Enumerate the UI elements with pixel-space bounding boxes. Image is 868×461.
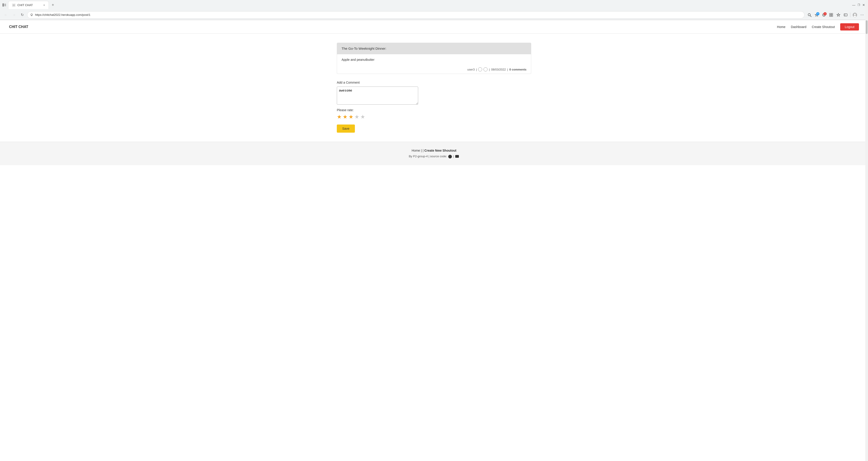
post-comments-count: 0 comments xyxy=(509,68,526,71)
star-4[interactable]: ★ xyxy=(354,114,360,120)
svg-rect-0 xyxy=(2,3,4,6)
post-text: Apple and peanutbutter xyxy=(342,58,375,61)
post-meta-sep3: | xyxy=(507,68,508,71)
footer-create-link[interactable]: Create New Shoutout xyxy=(424,149,456,152)
address-bar[interactable]: https://chitchat2022.herokuapp.com/post/… xyxy=(27,11,804,19)
svg-rect-13 xyxy=(830,15,831,17)
more-icon-btn[interactable]: ⋯ xyxy=(859,12,865,18)
like-circle-2[interactable] xyxy=(484,67,488,71)
svg-rect-3 xyxy=(4,6,6,6)
app-brand: CHIT CHAT xyxy=(9,25,28,29)
svg-rect-11 xyxy=(830,13,831,15)
favorites-icon-btn[interactable]: ⚙ xyxy=(813,12,820,18)
star-1[interactable]: ★ xyxy=(337,114,342,120)
active-tab[interactable]: CHIT CHAT × xyxy=(8,1,49,9)
logout-button[interactable]: Logout xyxy=(840,23,859,31)
nav-create-link[interactable]: Create Shoutout xyxy=(812,25,835,29)
page-content: CHIT CHAT Home Dashboard Create Shoutout… xyxy=(0,20,868,453)
extensions-badge: 2 xyxy=(824,12,827,16)
post-title: The Go-To Weeknight Dinner: xyxy=(342,47,386,51)
window-controls xyxy=(2,3,6,7)
svg-rect-2 xyxy=(4,5,6,5)
svg-rect-12 xyxy=(831,13,833,15)
tab-favicon xyxy=(12,3,16,7)
star-5[interactable]: ★ xyxy=(360,114,365,120)
footer-links: Home | | Create New Shoutout xyxy=(4,149,864,152)
post-date: 08/03/2022 xyxy=(491,68,506,71)
footer-credit: By P2-group-4 | source code: | xyxy=(4,155,864,158)
tab-title: CHIT CHAT xyxy=(18,3,41,7)
reload-button[interactable]: ↻ xyxy=(19,12,25,18)
url-input[interactable]: https://chitchat2022.herokuapp.com/post/… xyxy=(35,13,802,17)
main-content: The Go-To Weeknight Dinner: Apple and pe… xyxy=(332,43,536,133)
svg-rect-1 xyxy=(4,4,6,4)
rating-label: Please rate: xyxy=(337,108,531,112)
profile-icon-btn[interactable] xyxy=(852,12,858,18)
star-rating[interactable]: ★ ★ ★ ★ ★ xyxy=(337,114,531,120)
star-2[interactable]: ★ xyxy=(343,114,348,120)
footer-pipe: | xyxy=(453,155,454,158)
svg-rect-14 xyxy=(831,15,833,17)
toolbar-icons: ⚙ 2 ⋯ xyxy=(806,12,865,18)
footer-home-link[interactable]: Home xyxy=(412,149,420,152)
app-nav: CHIT CHAT Home Dashboard Create Shoutout… xyxy=(0,20,868,34)
star-3[interactable]: ★ xyxy=(348,114,353,120)
browser-chrome: CHIT CHAT × + — ❐ ✕ ← → ↻ https://chitch… xyxy=(0,0,868,20)
puzzle-icon-btn[interactable] xyxy=(828,12,834,18)
like-circle-1[interactable] xyxy=(478,67,482,71)
maximize-button[interactable]: ❐ xyxy=(857,3,861,7)
svg-rect-6 xyxy=(31,15,32,16)
comment-textarea[interactable]: awesome xyxy=(337,87,418,104)
tab-close-button[interactable]: × xyxy=(43,3,45,7)
save-button[interactable]: Save xyxy=(337,124,355,133)
sidebar-toggle-button[interactable] xyxy=(2,3,6,7)
tab-bar: CHIT CHAT × + xyxy=(8,1,850,9)
post-meta-sep1: | xyxy=(476,68,477,71)
title-bar: CHIT CHAT × + — ❐ ✕ xyxy=(0,0,868,10)
forward-button[interactable]: → xyxy=(11,12,17,18)
toolbar-divider xyxy=(850,13,850,17)
nav-home-link[interactable]: Home xyxy=(777,25,785,29)
post-header: The Go-To Weeknight Dinner: xyxy=(337,43,531,54)
collections-icon-btn[interactable] xyxy=(842,12,849,18)
scrollbar-thumb[interactable] xyxy=(866,20,868,34)
svg-point-19 xyxy=(854,16,856,17)
svg-rect-15 xyxy=(844,14,847,16)
comment-section: Add a Comment awesome Please rate: ★ ★ ★… xyxy=(337,81,531,133)
page-footer: Home | | Create New Shoutout By P2-group… xyxy=(0,142,868,165)
search-icon-btn[interactable] xyxy=(806,12,813,18)
svg-line-8 xyxy=(810,16,811,17)
footer-credit-text: By P2-group-4 | source code: xyxy=(409,155,447,158)
post-meta-sep2: | xyxy=(489,68,490,71)
favorites-badge: ⚙ xyxy=(816,12,819,16)
back-button[interactable]: ← xyxy=(3,12,9,18)
lock-icon xyxy=(30,13,33,17)
svg-point-18 xyxy=(854,13,856,15)
post-meta: user3 | | 08/03/2022 | 0 comments xyxy=(337,65,531,74)
footer-separator: | | xyxy=(421,149,423,152)
post-author: user3 xyxy=(467,68,475,71)
nav-dashboard-link[interactable]: Dashboard xyxy=(791,25,807,29)
post-body: Apple and peanutbutter xyxy=(337,54,531,65)
comment-label: Add a Comment xyxy=(337,81,531,84)
rating-section: Please rate: ★ ★ ★ ★ ★ xyxy=(337,108,531,120)
browser-toolbar: ← → ↻ https://chitchat2022.herokuapp.com… xyxy=(0,10,868,20)
new-tab-button[interactable]: + xyxy=(49,1,57,9)
scrollbar-track xyxy=(865,0,868,453)
email-icon xyxy=(455,155,459,158)
star-icon-btn[interactable] xyxy=(835,12,842,18)
github-icon[interactable] xyxy=(448,155,452,158)
minimize-button[interactable]: — xyxy=(852,3,856,7)
extensions-icon-btn[interactable]: 2 xyxy=(821,12,827,18)
post-card: The Go-To Weeknight Dinner: Apple and pe… xyxy=(337,43,531,74)
nav-links: Home Dashboard Create Shoutout Logout xyxy=(777,23,859,31)
